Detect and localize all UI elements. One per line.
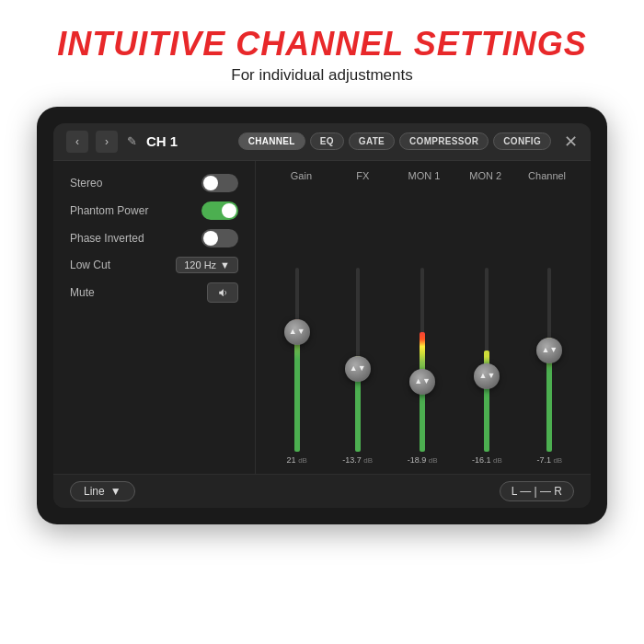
fader-col-mon1: ▲▼ -18.9 dB — [408, 268, 438, 465]
phantom-power-toggle-knob — [222, 203, 236, 218]
content-area: Stereo Phantom Power Phase Inverted — [53, 161, 591, 474]
phantom-power-control-row: Phantom Power — [70, 201, 238, 220]
fader-thumb-mon1[interactable]: ▲▼ — [409, 369, 435, 395]
stereo-label: Stereo — [70, 177, 102, 190]
mute-label: Mute — [70, 286, 95, 299]
fader-value-gain: 21 dB — [287, 455, 307, 465]
pan-control[interactable]: L — | — R — [500, 481, 574, 501]
low-cut-dropdown[interactable]: 120 Hz ▼ — [176, 257, 238, 273]
fader-thumb-gain[interactable]: ▲▼ — [284, 319, 310, 345]
input-type-label: Line — [84, 485, 105, 498]
fader-col-channel: ▲▼ -7.1 dB — [536, 268, 562, 465]
fader-value-fx: -13.7 dB — [342, 455, 373, 465]
nav-next-button[interactable]: › — [96, 131, 118, 153]
low-cut-row: Low Cut 120 Hz ▼ — [70, 257, 238, 273]
pencil-icon: ✎ — [127, 134, 137, 148]
fader-track-wrap-gain[interactable]: ▲▼ — [286, 268, 308, 452]
channel-name-label: CH 1 — [146, 133, 178, 149]
input-type-dropdown[interactable]: Line ▼ — [70, 481, 135, 501]
tablet-screen: ‹ › ✎ CH 1 CHANNEL EQ GATE COMPRESSOR CO… — [53, 123, 591, 508]
fader-track-gain — [295, 268, 299, 452]
phase-inverted-label: Phase Inverted — [70, 232, 144, 245]
fader-thumb-fx[interactable]: ▲▼ — [345, 356, 371, 382]
fader-value-mon2: -16.1 dB — [472, 455, 502, 465]
tab-gate[interactable]: GATE — [349, 132, 395, 150]
right-panel: Gain FX MON 1 MON 2 Channel — [256, 161, 591, 474]
fader-track-mon2 — [485, 268, 489, 452]
fader-labels-row: Gain FX MON 1 MON 2 Channel — [270, 170, 578, 181]
main-title: INTUITIVE CHANNEL SETTINGS — [57, 26, 586, 63]
fader-col-gain: ▲▼ 21 dB — [286, 268, 308, 465]
mute-button[interactable]: 🔉︎ — [207, 282, 238, 303]
fader-col-mon2: ▲▼ -16.1 dB — [472, 268, 502, 465]
fader-track-wrap-mon1[interactable]: ▲▼ — [411, 268, 433, 452]
fader-label-gain: Gain — [273, 170, 328, 181]
phantom-power-label: Phantom Power — [70, 204, 148, 217]
tab-channel[interactable]: CHANNEL — [238, 132, 305, 150]
dropdown-arrow-icon: ▼ — [220, 259, 230, 270]
fader-thumb-arrows-gain: ▲▼ — [289, 328, 305, 336]
fader-track-wrap-channel[interactable]: ▲▼ — [538, 268, 560, 452]
input-type-dropdown-arrow-icon: ▼ — [110, 485, 121, 498]
fader-label-mon1: MON 1 — [397, 170, 452, 181]
mute-row: Mute 🔉︎ — [70, 282, 238, 303]
left-panel: Stereo Phantom Power Phase Inverted — [53, 161, 256, 474]
stereo-toggle[interactable] — [201, 174, 238, 192]
stereo-toggle-knob — [203, 176, 218, 190]
top-bar: ‹ › ✎ CH 1 CHANNEL EQ GATE COMPRESSOR CO… — [53, 123, 591, 161]
tablet-wrapper: ‹ › ✎ CH 1 CHANNEL EQ GATE COMPRESSOR CO… — [37, 107, 607, 524]
mute-icon: 🔉︎ — [217, 286, 228, 299]
fader-thumb-arrows-channel: ▲▼ — [541, 346, 558, 354]
header-section: INTUITIVE CHANNEL SETTINGS For individua… — [39, 0, 604, 98]
fader-thumb-arrows-fx: ▲▼ — [350, 364, 366, 373]
close-icon[interactable]: ✕ — [564, 132, 578, 152]
tab-compressor[interactable]: COMPRESSOR — [399, 132, 489, 150]
fader-thumb-arrows-mon1: ▲▼ — [414, 377, 431, 385]
tab-config[interactable]: CONFIG — [493, 132, 551, 150]
bottom-bar: Line ▼ L — | — R — [53, 474, 591, 508]
fader-value-mon1: -18.9 dB — [408, 455, 438, 465]
low-cut-label: Low Cut — [70, 259, 110, 271]
fader-label-channel: Channel — [520, 170, 575, 181]
stereo-control-row: Stereo — [70, 174, 238, 192]
phase-inverted-toggle-knob — [203, 231, 218, 246]
nav-prev-button[interactable]: ‹ — [66, 131, 88, 153]
phase-inverted-control-row: Phase Inverted — [70, 229, 238, 247]
fader-track-wrap-fx[interactable]: ▲▼ — [347, 268, 369, 452]
faders-row: ▲▼ 21 dB ▲▼ — [270, 187, 578, 465]
fader-thumb-arrows-mon2: ▲▼ — [479, 372, 496, 380]
fader-value-channel: -7.1 dB — [536, 455, 562, 465]
fader-track-wrap-mon2[interactable]: ▲▼ — [476, 268, 498, 452]
fader-thumb-channel[interactable]: ▲▼ — [536, 338, 562, 363]
fader-label-mon2: MON 2 — [458, 170, 513, 181]
low-cut-value: 120 Hz — [184, 259, 216, 270]
fader-track-mon1 — [420, 268, 424, 452]
tab-group: CHANNEL EQ GATE COMPRESSOR CONFIG — [238, 132, 551, 150]
subtitle: For individual adjustments — [57, 66, 586, 85]
fader-col-fx: ▲▼ -13.7 dB — [342, 268, 373, 465]
phantom-power-toggle[interactable] — [201, 201, 238, 220]
pan-label: L — | — R — [512, 485, 562, 498]
phase-inverted-toggle[interactable] — [201, 229, 238, 247]
fader-thumb-mon2[interactable]: ▲▼ — [474, 363, 500, 389]
fader-label-fx: FX — [335, 170, 390, 181]
tab-eq[interactable]: EQ — [310, 132, 344, 150]
